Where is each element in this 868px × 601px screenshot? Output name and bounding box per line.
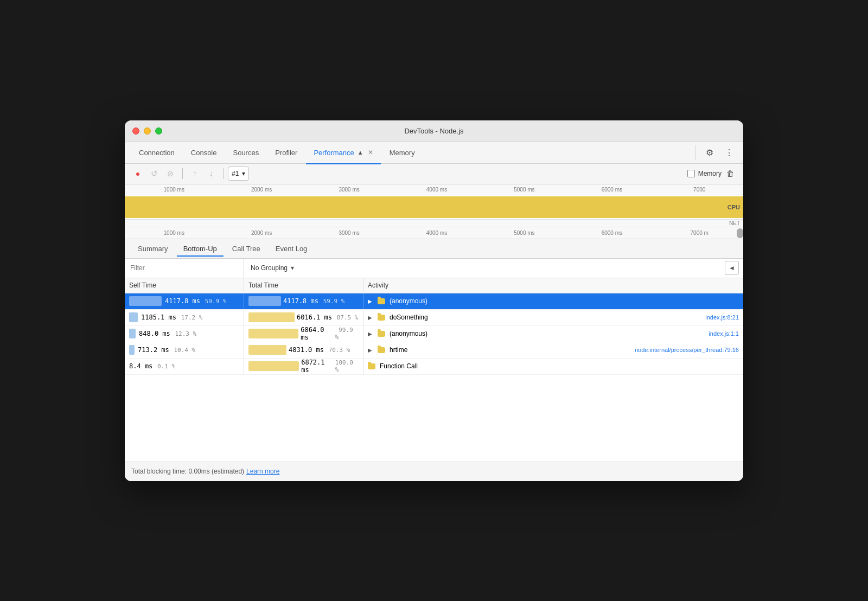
minimize-button[interactable] xyxy=(144,127,151,135)
tab-sources[interactable]: Sources xyxy=(225,145,266,160)
profile-label: #1 xyxy=(232,170,239,177)
tab-summary[interactable]: Summary xyxy=(131,241,175,256)
folder-icon-1 xyxy=(378,298,385,304)
tab-call-tree[interactable]: Call Tree xyxy=(226,241,267,256)
table-row[interactable]: 4117.8 ms 59.9 % 4117.8 ms 59.9 % ▶ (ano… xyxy=(125,293,743,310)
total-time-val-5: 6872.1 ms xyxy=(301,359,334,374)
toolbar-separator-2 xyxy=(223,168,224,179)
learn-more-link[interactable]: Learn more xyxy=(246,468,279,475)
total-time-val-2: 6016.1 ms xyxy=(297,314,332,321)
devtools-window: DevTools - Node.js Connection Console So… xyxy=(125,120,743,481)
cell-activity-4: ▶ hrtime node:internal/process/per_threa… xyxy=(363,342,743,358)
recording-indicator: ▲ xyxy=(358,149,363,156)
table-row[interactable]: 1185.1 ms 17.2 % 6016.1 ms 87.5 % ▶ doSo… xyxy=(125,310,743,326)
table-row[interactable]: 713.2 ms 10.4 % 4831.0 ms 70.3 % ▶ hrtim… xyxy=(125,342,743,359)
tick2-3000: 3000 ms xyxy=(305,230,393,236)
filter-bar: No Grouping ▾ ◄ xyxy=(125,259,743,278)
status-text: Total blocking time: 0.00ms (estimated) xyxy=(131,468,244,475)
tab-console[interactable]: Console xyxy=(183,145,225,160)
memory-checkbox-group[interactable]: Memory xyxy=(687,170,722,177)
tab-performance[interactable]: Performance ▲ ✕ xyxy=(306,145,380,160)
scroll-thumb[interactable] xyxy=(737,228,743,238)
self-pct-3: 12.3 % xyxy=(171,330,196,337)
grouping-select[interactable]: No Grouping ▾ xyxy=(244,264,725,272)
table-row[interactable]: 8.4 ms 0.1 % 6872.1 ms 100.0 % Function … xyxy=(125,359,743,375)
tick2-5000: 5000 ms xyxy=(481,230,568,236)
folder-icon-5 xyxy=(368,363,375,369)
timeline-ruler-bottom: 1000 ms 2000 ms 3000 ms 4000 ms 5000 ms … xyxy=(125,227,743,239)
tick-2000: 2000 ms xyxy=(218,187,305,193)
self-time-val-2: 1185.1 ms xyxy=(141,314,176,321)
cpu-label: CPU xyxy=(727,204,740,210)
cell-activity-3: ▶ (anonymous) index.js:1:1 xyxy=(363,326,743,342)
tab-bottom-up[interactable]: Bottom-Up xyxy=(177,241,224,256)
download-button[interactable]: ↓ xyxy=(203,166,219,181)
activity-name-5: Function Call xyxy=(380,362,418,370)
expand-icon-4[interactable]: ▶ xyxy=(368,347,372,353)
more-button[interactable]: ⋮ xyxy=(722,145,737,160)
settings-button[interactable]: ⚙ xyxy=(702,145,717,160)
folder-icon-2 xyxy=(378,315,385,321)
memory-checkbox[interactable] xyxy=(687,170,695,177)
record-button[interactable]: ● xyxy=(130,166,145,181)
link-2[interactable]: index.js:8:21 xyxy=(705,314,739,321)
close-performance-tab[interactable]: ✕ xyxy=(368,149,373,156)
self-pct-1: 59.9 % xyxy=(201,298,226,305)
cell-total-time-4: 4831.0 ms 70.3 % xyxy=(244,342,363,358)
self-time-val-4: 713.2 ms xyxy=(138,346,169,354)
self-time-val-5: 8.4 ms xyxy=(129,362,152,370)
cell-total-time-1: 4117.8 ms 59.9 % xyxy=(244,293,363,309)
tick-5000: 5000 ms xyxy=(481,187,568,193)
reload-button: ↺ xyxy=(146,166,162,181)
nav-bar: Connection Console Sources Profiler Perf… xyxy=(125,142,743,164)
self-pct-5: 0.1 % xyxy=(154,363,175,370)
activity-name-1: (anonymous) xyxy=(390,297,427,305)
stop-button: ⊘ xyxy=(163,166,178,181)
tab-event-log[interactable]: Event Log xyxy=(269,241,314,256)
empty-area xyxy=(125,375,743,462)
data-table: Self Time Total Time Activity 4117.8 ms … xyxy=(125,278,743,462)
total-pct-5: 100.0 % xyxy=(335,359,359,373)
link-3[interactable]: index.js:1:1 xyxy=(709,330,739,337)
tick2-7000: 7000 m xyxy=(656,230,743,236)
cell-activity-1: ▶ (anonymous) xyxy=(363,293,743,309)
tab-performance-label: Performance xyxy=(314,149,354,157)
expand-icon-3[interactable]: ▶ xyxy=(368,331,372,337)
toolbar-separator-1 xyxy=(182,168,183,179)
tab-memory[interactable]: Memory xyxy=(382,145,423,160)
cell-self-time-3: 848.0 ms 12.3 % xyxy=(125,326,244,342)
upload-button[interactable]: ↑ xyxy=(187,166,202,181)
link-4[interactable]: node:internal/process/per_thread:79:16 xyxy=(635,347,739,353)
tab-connection[interactable]: Connection xyxy=(131,145,182,160)
expand-icon-2[interactable]: ▶ xyxy=(368,315,372,321)
self-time-val-1: 4117.8 ms xyxy=(165,297,200,305)
table-header: Self Time Total Time Activity xyxy=(125,278,743,293)
total-time-val-3: 6864.0 ms xyxy=(301,326,334,341)
profile-dropdown[interactable]: #1 ▾ xyxy=(228,167,249,181)
filter-input[interactable] xyxy=(125,259,244,278)
cell-self-time-1: 4117.8 ms 59.9 % xyxy=(125,293,244,309)
total-pct-3: 99.9 % xyxy=(335,327,359,341)
cell-total-time-5: 6872.1 ms 100.0 % xyxy=(244,359,363,374)
cell-self-time-2: 1185.1 ms 17.2 % xyxy=(125,310,244,325)
table-row[interactable]: 848.0 ms 12.3 % 6864.0 ms 99.9 % ▶ (anon… xyxy=(125,326,743,342)
cell-total-time-3: 6864.0 ms 99.9 % xyxy=(244,326,363,342)
tick-3000: 3000 ms xyxy=(305,187,393,193)
status-bar: Total blocking time: 0.00ms (estimated) … xyxy=(125,462,743,481)
tick-1000: 1000 ms xyxy=(130,187,218,193)
net-label: NET xyxy=(729,220,740,226)
grouping-arrow-icon: ▾ xyxy=(291,264,294,272)
activity-name-2: doSomething xyxy=(390,314,428,321)
close-button[interactable] xyxy=(132,127,139,135)
maximize-button[interactable] xyxy=(155,127,162,135)
tab-profiler[interactable]: Profiler xyxy=(267,145,305,160)
delete-button[interactable]: 🗑 xyxy=(723,166,738,181)
tick2-1000: 1000 ms xyxy=(130,230,218,236)
tick-4000: 4000 ms xyxy=(393,187,480,193)
panel-toggle-button[interactable]: ◄ xyxy=(725,261,739,275)
cell-total-time-2: 6016.1 ms 87.5 % xyxy=(244,310,363,325)
nav-tabs: Connection Console Sources Profiler Perf… xyxy=(131,145,695,160)
expand-icon-1[interactable]: ▶ xyxy=(368,298,372,304)
bottom-tabs: Summary Bottom-Up Call Tree Event Log xyxy=(125,239,743,259)
total-pct-1: 59.9 % xyxy=(320,298,344,305)
